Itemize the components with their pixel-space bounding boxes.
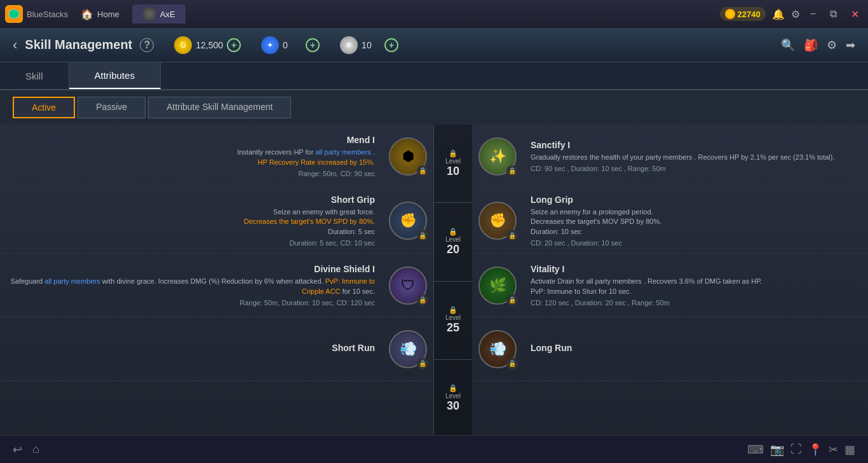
skill-icon-sanctify[interactable]: ✨ 🔒 [478,137,517,176]
level-indicator-10: 🔒 Level 10 [434,125,472,203]
close-btn[interactable]: ✕ [847,7,863,22]
tab-attributes[interactable]: Attributes [69,62,161,89]
gold-orb: G [174,36,192,54]
skill-icon-vitality[interactable]: 🌿 🔒 [478,266,517,305]
white-orb: ❄ [340,36,358,54]
skill-desc-divine: Safeguard all party members with divine … [9,277,375,296]
lock-badge-short-grip: 🔒 [417,230,428,241]
skill-text-short-run: Short Run [0,317,383,380]
coin-icon [725,9,735,19]
tab-skill[interactable]: Skill [0,62,69,89]
app-header: ‹ Skill Management ? G 12,500 + ✦ 0 + ❄ … [0,28,868,62]
camera-icon[interactable]: 📷 [770,443,784,457]
blue-orb: ✦ [261,36,279,54]
location-icon[interactable]: 📍 [808,443,822,457]
skill-meta-divine: Range: 50m, Duration: 10 sec, CD: 120 se… [9,299,375,307]
skill-row-sanctify: ✨ 🔒 Sanctify I Gradually restores the he… [472,125,868,188]
skill-text-long-run: Long Run [523,317,868,380]
skill-icon-wrap-vitality: 🌿 🔒 [472,254,523,317]
page-title: Skill Management [25,38,132,52]
skill-icon-short-run[interactable]: 💨 🔒 [389,330,427,368]
right-half: 🔒 Level 10 🔒 Level 20 🔒 Level 25 🔒 Level [434,125,868,435]
settings-icon-title[interactable]: ⚙ [791,8,800,20]
skill-row-short-grip: Short Grip Seize an enemy with great for… [0,188,433,254]
skill-row-divine-shield: Divine Shield I Safeguard all party memb… [0,254,433,317]
subtabs-row: Active Passive Attribute Skill Managemen… [0,90,868,125]
maximize-btn[interactable]: ⧉ [826,7,841,21]
skill-desc-short-grip: Seize an enemy with great force. Decreas… [9,207,375,237]
skill-desc-sanctify: Gradually restores the health of your pa… [531,153,859,162]
notification-icon[interactable]: 🔔 [772,8,785,20]
skill-name-mend: Mend I [9,135,375,145]
skill-row-short-run: Short Run 💨 🔒 [0,317,433,381]
lock-badge-sanctify: 🔒 [506,165,518,177]
settings-icon[interactable]: ⚙ [827,38,837,52]
skill-text-sanctify: Sanctify I Gradually restores the health… [523,125,868,188]
skill-row-long-grip: ✊ 🔒 Long Grip Seize an enemy for a prolo… [472,188,868,254]
level-column: 🔒 Level 10 🔒 Level 20 🔒 Level 25 🔒 Level [434,125,472,435]
bluestacks-logo [5,5,23,23]
skill-icon-wrap-short-run: 💨 🔒 [383,317,433,380]
lock-badge-long-grip: 🔒 [506,230,518,241]
lock-badge-short-run: 🔒 [417,358,428,370]
back-button[interactable]: ‹ [13,37,17,53]
skill-row-mend: Mend I Instantly recovers HP for all par… [0,125,433,188]
skill-name-vitality: Vitality I [531,264,859,274]
minimize-btn[interactable]: − [806,7,820,21]
skill-meta-sanctify: CD: 90 sec , Duration: 10 sec , Range: 5… [531,165,859,172]
lock-badge-vitality: 🔒 [506,294,518,306]
white-value: 10 [362,40,381,50]
undo-icon[interactable]: ↩ [13,443,22,457]
add-gold-button[interactable]: + [227,38,241,52]
skill-meta-long-grip: CD: 20 sec , Duration: 10 sec [531,239,859,247]
add-white-button[interactable]: + [384,38,398,52]
skill-text-divine: Divine Shield I Safeguard all party memb… [0,254,383,317]
skill-text-vitality: Vitality I Activate Drain for all party … [523,254,868,317]
skill-name-long-grip: Long Grip [531,195,859,205]
scissors-icon[interactable]: ✂ [829,443,838,457]
inventory-icon[interactable]: 🎒 [804,38,818,52]
subtab-active[interactable]: Active [13,97,75,118]
skill-icon-mend[interactable]: ⬢ 🔒 [389,137,427,176]
skill-icon-wrap-short-grip: ✊ 🔒 [383,188,433,253]
skill-icon-long-run[interactable]: 💨 🔒 [478,330,517,368]
skill-name-short-grip: Short Grip [9,195,375,205]
expand-icon[interactable]: ⛶ [790,443,802,457]
skill-name-short-run: Short Run [9,343,375,353]
title-bar-right: 22740 🔔 ⚙ − ⧉ ✕ [720,7,864,22]
header-icons: 🔍 🎒 ⚙ ➡ [781,38,855,52]
home-icon-bottom[interactable]: ⌂ [32,443,39,457]
skill-meta-mend: Range: 50m, CD: 90 sec [9,170,375,177]
subtab-passive[interactable]: Passive [78,97,146,118]
skill-icon-wrap-mend: ⬢ 🔒 [383,125,433,188]
skill-icon-divine[interactable]: 🛡 🔒 [389,266,427,305]
logout-icon[interactable]: ➡ [846,38,855,52]
skill-icon-long-grip[interactable]: ✊ 🔒 [478,202,517,240]
lock-badge-long-run: 🔒 [506,358,518,370]
left-skills-column: Mend I Instantly recovers HP for all par… [0,125,434,435]
skill-icon-wrap-sanctify: ✨ 🔒 [472,125,523,188]
right-skills-column: ✨ 🔒 Sanctify I Gradually restores the he… [472,125,868,435]
level-indicator-30: 🔒 Level 30 [434,360,472,435]
subtab-attribute-skill[interactable]: Attribute Skill Management [148,97,291,118]
help-button[interactable]: ? [140,38,154,52]
app-name-label: BlueStacks [27,10,68,19]
skill-icon-wrap-divine: 🛡 🔒 [383,254,433,317]
skill-icon-wrap-long-grip: ✊ 🔒 [472,188,523,253]
level-indicator-20: 🔒 Level 20 [434,203,472,281]
skill-icon-short-grip[interactable]: ✊ 🔒 [389,202,427,240]
game-tab[interactable]: AxE [132,4,186,24]
game-icon [142,7,156,21]
lock-badge-mend: 🔒 [417,165,428,177]
skill-meta-short-grip: Duration: 5 sec, CD: 10 sec [9,239,375,247]
gold-value: 12,500 [196,40,223,50]
keyboard-icon[interactable]: ⌨ [747,443,764,457]
grid-icon[interactable]: ▦ [844,443,855,457]
search-icon[interactable]: 🔍 [781,38,795,52]
add-blue-button[interactable]: + [306,38,320,52]
blue-value: 0 [283,40,302,50]
title-bar: BlueStacks 🏠 Home AxE 22740 🔔 ⚙ − ⧉ ✕ [0,0,868,28]
skill-name-sanctify: Sanctify I [531,140,859,150]
home-tab[interactable]: 🏠 Home [72,6,128,23]
main-content: Skill Attributes Active Passive Attribut… [0,62,868,435]
